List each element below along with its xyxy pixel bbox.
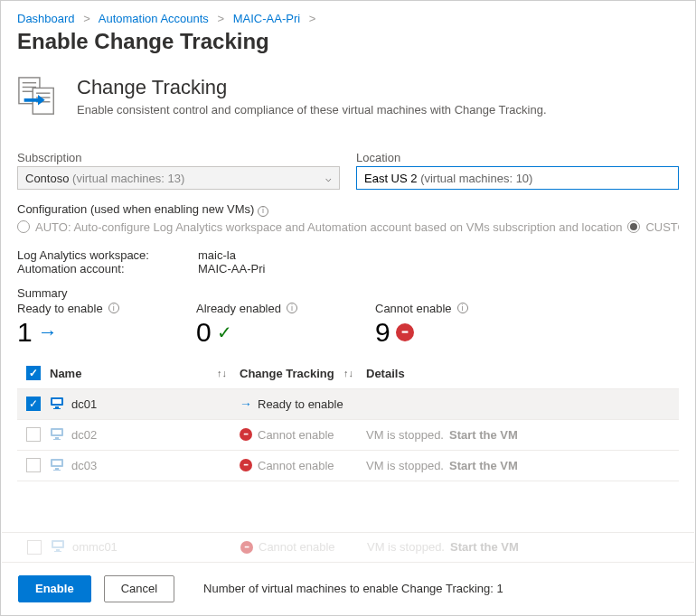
svg-rect-14 (55, 437, 59, 439)
check-icon: ✓ (217, 322, 232, 343)
account-value: MAIC-AA-Pri (198, 262, 265, 275)
col-name-header[interactable]: Name (50, 367, 81, 380)
stat-cannot: Cannot enable i 9 ━ (375, 302, 511, 348)
vm-icon (51, 538, 65, 555)
row-checkbox (26, 427, 41, 442)
svg-rect-22 (56, 549, 60, 551)
row-checkbox (26, 458, 41, 472)
enable-button[interactable]: Enable (18, 575, 91, 602)
svg-rect-19 (53, 470, 61, 471)
forbidden-icon: ━ (240, 428, 252, 441)
stat-ready: Ready to enable i 1 → (17, 302, 153, 348)
svg-rect-9 (52, 399, 61, 404)
breadcrumb: Dashboard > Automation Accounts > MAIC-A… (17, 12, 679, 25)
vm-name: dc03 (71, 459, 97, 472)
svg-rect-23 (54, 551, 61, 552)
start-vm-link: Start the VM (449, 459, 518, 472)
hero-subtitle: Enable consistent control and compliance… (77, 103, 547, 117)
svg-rect-10 (55, 406, 59, 408)
svg-rect-21 (53, 542, 62, 546)
status-text: Cannot enable (259, 540, 335, 554)
page-title: Enable Change Tracking (17, 29, 679, 54)
breadcrumb-link[interactable]: Automation Accounts (99, 12, 209, 25)
overflow-row: ommc01 ━ Cannot enable VM is stopped. St… (2, 532, 694, 561)
status-text: Cannot enable (258, 459, 334, 472)
col-ct-header[interactable]: Change Tracking (240, 367, 334, 380)
start-vm-link: Start the VM (449, 428, 518, 442)
account-label: Automation account: (17, 262, 198, 275)
radio-auto[interactable] (17, 220, 30, 233)
subscription-label: Subscription (17, 151, 340, 164)
stat-already: Already enabled i 0 ✓ (196, 302, 332, 348)
svg-rect-13 (52, 430, 61, 434)
arrow-right-icon: → (240, 397, 252, 411)
info-icon[interactable]: i (258, 206, 268, 217)
info-icon[interactable]: i (457, 303, 468, 313)
chevron-right-icon: > (218, 12, 225, 25)
forbidden-icon: ━ (240, 459, 252, 471)
workspace-label: Log Analytics workspace: (17, 248, 198, 262)
detail-text: VM is stopped. (366, 428, 444, 442)
status-text: Cannot enable (258, 428, 334, 442)
sort-icon[interactable]: ↑↓ (343, 368, 353, 378)
vm-icon (50, 396, 64, 413)
footer-status: Number of virtual machines to enable Cha… (203, 582, 503, 595)
select-all-checkbox[interactable]: ✓ (26, 366, 41, 380)
col-details-header[interactable]: Details (366, 367, 405, 380)
vm-icon (50, 426, 64, 443)
forbidden-icon: ━ (396, 323, 414, 341)
chevron-right-icon: > (83, 12, 90, 25)
chevron-right-icon: > (309, 12, 316, 25)
location-dropdown[interactable]: East US 2 (virtual machines: 10) (356, 166, 679, 190)
workspace-value: maic-la (198, 248, 236, 262)
vm-name: dc01 (71, 397, 97, 411)
change-tracking-icon (17, 76, 59, 120)
svg-rect-11 (53, 408, 61, 409)
vm-name: dc02 (71, 428, 97, 442)
table-row: dc03 ━ Cannot enable VM is stopped. Star… (17, 451, 679, 481)
subscription-dropdown[interactable]: Contoso (virtual machines: 13) ⌵ (17, 166, 340, 190)
breadcrumb-link[interactable]: Dashboard (17, 12, 75, 25)
svg-rect-15 (53, 439, 61, 440)
breadcrumb-link[interactable]: MAIC-AA-Pri (233, 12, 300, 25)
svg-rect-17 (52, 461, 61, 465)
start-vm-link: Start the VM (450, 540, 519, 554)
footer: Enable Cancel Number of virtual machines… (2, 562, 694, 614)
status-text: Ready to enable (258, 397, 343, 411)
table-row[interactable]: ✓ dc01 → Ready to enable (17, 389, 679, 420)
row-checkbox (27, 540, 42, 555)
row-checkbox[interactable]: ✓ (26, 397, 41, 411)
chevron-down-icon: ⌵ (325, 173, 332, 184)
summary-title: Summary (17, 286, 679, 300)
radio-custom[interactable] (627, 220, 640, 233)
sort-icon[interactable]: ↑↓ (217, 368, 227, 378)
hero: Change Tracking Enable consistent contro… (17, 76, 679, 120)
detail-text: VM is stopped. (366, 459, 444, 472)
table-row: dc02 ━ Cannot enable VM is stopped. Star… (17, 420, 679, 451)
location-label: Location (356, 151, 679, 164)
info-icon[interactable]: i (108, 303, 119, 313)
arrow-right-icon: → (38, 321, 58, 344)
forbidden-icon: ━ (240, 541, 253, 554)
radio-auto-label: AUTO: Auto-configure Log Analytics works… (35, 220, 622, 234)
info-icon[interactable]: i (287, 303, 297, 313)
hero-title: Change Tracking (77, 76, 547, 99)
radio-custom-label: CUSTOM: (645, 220, 679, 234)
vm-icon (50, 457, 64, 474)
config-label: Configuration (used when enabling new VM… (17, 202, 254, 216)
vm-table: ✓ Name ↑↓ Change Tracking ↑↓ Details ✓ d… (17, 359, 679, 481)
svg-rect-18 (55, 468, 59, 470)
detail-text: VM is stopped. (367, 540, 445, 554)
cancel-button[interactable]: Cancel (104, 575, 174, 602)
vm-name: ommc01 (72, 540, 118, 554)
